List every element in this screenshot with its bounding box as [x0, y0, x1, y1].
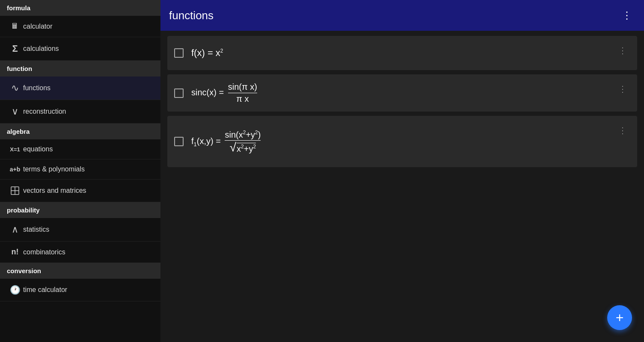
- sidebar-item-equations[interactable]: X=1 equations: [0, 139, 160, 159]
- main-content: functions ⋮ f(x) = x2 ⋮ sinc(x) = sin(π …: [160, 0, 644, 342]
- formula-math-3: f1(x,y) = sin(x2+y2) √ x2+y2: [191, 130, 262, 154]
- sidebar-item-label: statistics: [23, 226, 49, 233]
- sidebar-item-label: calculations: [23, 45, 59, 53]
- sidebar-item-label: combinatorics: [23, 248, 65, 256]
- sidebar-section-algebra: algebra: [0, 124, 160, 139]
- sidebar-item-combinatorics[interactable]: n! combinatorics: [0, 242, 160, 263]
- add-button[interactable]: +: [607, 305, 632, 330]
- sidebar-item-label: functions: [23, 84, 50, 92]
- clock-icon: 🕐: [7, 285, 23, 295]
- formula-content-1: f(x) = x2: [191, 47, 615, 59]
- formula-menu-icon-1[interactable]: ⋮: [615, 44, 630, 57]
- formula-checkbox-3[interactable]: [174, 137, 184, 146]
- formula-card-2: sinc(x) = sin(π x) π x ⋮: [167, 74, 637, 112]
- sidebar-section-formula: formula: [0, 0, 160, 16]
- factorial-icon: n!: [7, 248, 23, 256]
- more-options-icon[interactable]: ⋮: [618, 8, 635, 23]
- formula-menu-icon-2[interactable]: ⋮: [615, 82, 630, 96]
- main-header: functions ⋮: [160, 0, 644, 31]
- sidebar-item-vectors-matrices[interactable]: vectors and matrices: [0, 180, 160, 202]
- sidebar-section-conversion: conversion: [0, 263, 160, 279]
- statistics-icon: ∧: [7, 224, 23, 235]
- polynomial-icon: a+b: [7, 166, 23, 173]
- formula-checkbox-2[interactable]: [174, 88, 184, 98]
- sidebar-item-label: vectors and matrices: [23, 187, 86, 195]
- sidebar-item-reconstruction[interactable]: ∨ reconstruction: [0, 100, 160, 124]
- formula-content-2: sinc(x) = sin(π x) π x: [191, 82, 615, 104]
- wave-icon: ∿: [7, 83, 23, 94]
- sidebar-item-statistics[interactable]: ∧ statistics: [0, 218, 160, 242]
- formula-math-2: sinc(x) = sin(π x) π x: [191, 82, 259, 104]
- wedge-icon: ∨: [7, 106, 23, 117]
- sidebar-item-label: time calculator: [23, 286, 67, 294]
- sidebar-item-terms-polynomials[interactable]: a+b terms & polynomials: [0, 159, 160, 180]
- sidebar-item-functions[interactable]: ∿ functions: [0, 77, 160, 100]
- sidebar-section-function: function: [0, 61, 160, 77]
- sidebar: formula 🖩 calculator Σ calculations func…: [0, 0, 160, 342]
- sidebar-section-probability: probability: [0, 202, 160, 218]
- sidebar-item-label: equations: [23, 145, 53, 153]
- formula-list: f(x) = x2 ⋮ sinc(x) = sin(π x) π x ⋮: [160, 31, 644, 342]
- formula-checkbox-1[interactable]: [174, 48, 184, 58]
- sidebar-item-label: reconstruction: [23, 108, 66, 115]
- formula-content-3: f1(x,y) = sin(x2+y2) √ x2+y2: [191, 130, 615, 154]
- sidebar-item-calculations[interactable]: Σ calculations: [0, 37, 160, 61]
- sidebar-item-label: terms & polynomials: [23, 165, 85, 173]
- formula-card-1: f(x) = x2 ⋮: [167, 36, 637, 70]
- page-title: functions: [169, 9, 214, 22]
- sigma-icon: Σ: [7, 43, 23, 54]
- sidebar-item-time-calculator[interactable]: 🕐 time calculator: [0, 279, 160, 301]
- sidebar-item-calculator[interactable]: 🖩 calculator: [0, 16, 160, 37]
- equation-icon: X=1: [7, 146, 23, 153]
- formula-card-3: f1(x,y) = sin(x2+y2) √ x2+y2 ⋮: [167, 116, 637, 167]
- calculator-icon: 🖩: [7, 22, 23, 31]
- formula-menu-icon-3[interactable]: ⋮: [615, 124, 630, 137]
- formula-math-1: f(x) = x2: [191, 47, 223, 59]
- sidebar-item-label: calculator: [23, 23, 52, 30]
- matrix-icon: [7, 186, 23, 196]
